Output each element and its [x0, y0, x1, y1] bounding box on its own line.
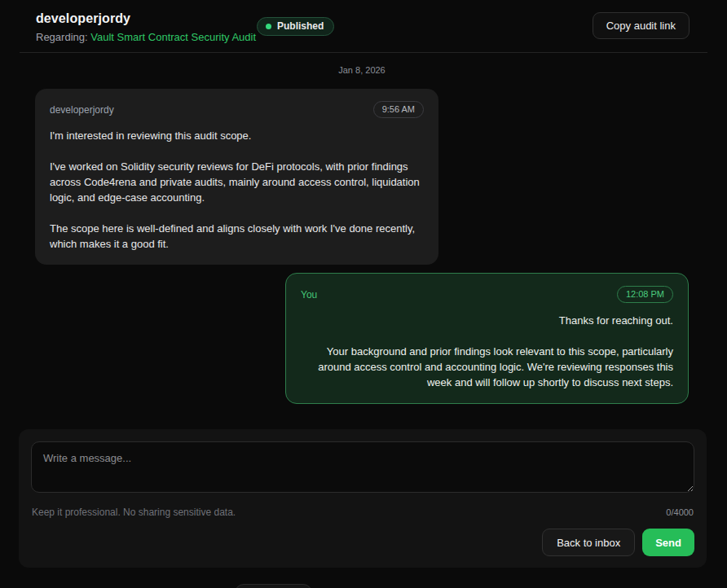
message-paragraph: I'm interested in reviewing this audit s…	[50, 128, 424, 143]
copy-audit-link-button[interactable]: Copy audit link	[593, 12, 690, 39]
thread-title: developerjordy	[36, 11, 690, 26]
thread-subtitle: Regarding: Vault Smart Contract Security…	[36, 31, 690, 43]
message-input[interactable]	[31, 441, 694, 493]
message-composer: Keep it professional. No sharing sensiti…	[19, 429, 707, 568]
message-bubble-own: You 12:08 PM Thanks for reaching out. Yo…	[285, 273, 689, 404]
composer-meta-row: Keep it professional. No sharing sensiti…	[31, 507, 694, 518]
message-author: developerjordy	[50, 104, 114, 116]
message-thread: Jan 8, 2026 developerjordy 9:56 AM I'm i…	[0, 53, 727, 429]
date-divider: Jan 8, 2026	[35, 65, 689, 75]
composer-actions: Back to inbox Send	[31, 529, 694, 556]
message-paragraph: I've worked on Solidity security reviews…	[50, 159, 424, 205]
message-row: developerjordy 9:56 AM I'm interested in…	[35, 81, 689, 265]
message-body: Thanks for reaching out. Your background…	[301, 313, 673, 390]
regarding-label: Regarding:	[36, 31, 88, 43]
composer-hint: Keep it professional. No sharing sensiti…	[32, 507, 236, 518]
message-bubble-header: developerjordy 9:56 AM	[50, 101, 424, 118]
status-badge-label: Published	[277, 20, 324, 32]
send-button[interactable]: Send	[642, 529, 694, 556]
audit-link[interactable]: Vault Smart Contract Security Audit	[90, 31, 256, 43]
bottom-cutoff-pill	[235, 584, 312, 588]
message-paragraph: Thanks for reaching out.	[301, 313, 673, 328]
message-paragraph: Your background and prior findings look …	[301, 344, 673, 390]
message-row: You 12:08 PM Thanks for reaching out. Yo…	[35, 265, 689, 404]
message-bubble: developerjordy 9:56 AM I'm interested in…	[35, 89, 438, 265]
message-timestamp: 12:08 PM	[617, 286, 673, 303]
message-paragraph: The scope here is well-defined and align…	[50, 221, 424, 252]
message-author: You	[301, 289, 317, 301]
published-dot-icon	[266, 24, 271, 29]
message-timestamp: 9:56 AM	[373, 101, 424, 118]
conversation-page: developerjordy Regarding: Vault Smart Co…	[0, 0, 727, 588]
message-body: I'm interested in reviewing this audit s…	[50, 128, 424, 252]
back-to-inbox-button[interactable]: Back to inbox	[542, 529, 635, 556]
thread-header: developerjordy Regarding: Vault Smart Co…	[0, 0, 727, 52]
status-badge: Published	[257, 17, 334, 36]
character-counter: 0/4000	[666, 507, 694, 517]
message-bubble-header: You 12:08 PM	[301, 286, 673, 303]
